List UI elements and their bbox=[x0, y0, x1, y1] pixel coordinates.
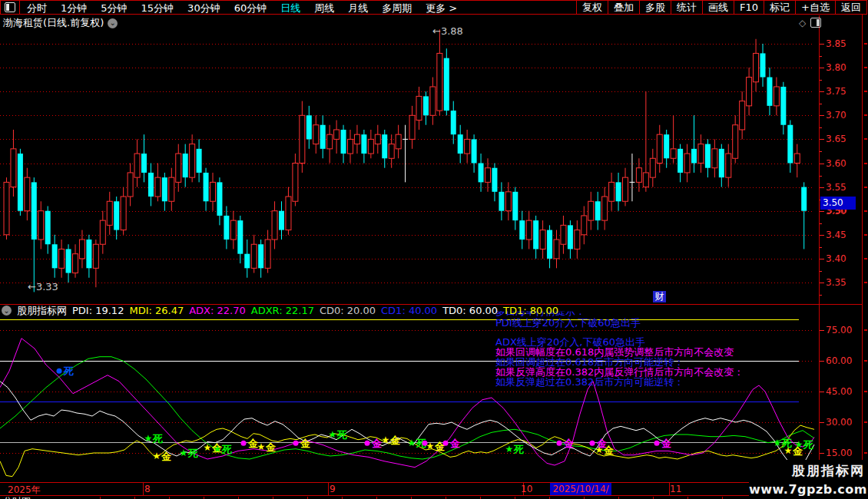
axis-tick bbox=[864, 210, 867, 212]
svg-text:★: ★ bbox=[382, 435, 390, 445]
stock-title-row: 渤海租赁(日线.前复权) ⌄ bbox=[3, 16, 118, 30]
chart-corner-icons: ◇ bbox=[799, 18, 821, 28]
timeframe-item[interactable]: 5分钟 bbox=[94, 2, 134, 14]
timeframe-item[interactable]: 分时 bbox=[20, 2, 54, 14]
candles bbox=[4, 29, 807, 292]
diamond-icon[interactable]: ◇ bbox=[799, 18, 806, 28]
price-axis-label: 3.35 bbox=[826, 277, 858, 288]
timeframe-item[interactable]: 30分钟 bbox=[181, 2, 227, 14]
toolbar-button[interactable]: 叠加 bbox=[608, 1, 639, 14]
toolbar-button[interactable]: 画线 bbox=[702, 1, 734, 14]
axis-tick bbox=[864, 138, 867, 140]
svg-text:金: 金 bbox=[161, 451, 172, 462]
high-price-annotation: ←3.88 bbox=[432, 25, 463, 37]
timeframe-item[interactable]: 60分钟 bbox=[227, 2, 274, 14]
indicator-chart[interactable]: 死★死★金★死★金★死金★金金★死金★金★死★金金★死金金★金金★死★金★死 bbox=[0, 317, 862, 482]
toolbar-right-buttons: 复权叠加多股统计画线F10标记+自选返回 bbox=[576, 1, 866, 14]
svg-text:死: 死 bbox=[513, 444, 524, 455]
main-candlestick-chart[interactable] bbox=[0, 15, 862, 304]
trading-app-window: 分时1分钟5分钟15分钟30分钟60分钟日线周线月线多周期更多 > 复权叠加多股… bbox=[0, 0, 868, 499]
axis-tick bbox=[864, 163, 867, 164]
indicator-note: PDI线上穿20介入,下破60急出手 bbox=[495, 318, 641, 328]
date-axis-label: 8 bbox=[144, 484, 151, 494]
svg-text:金: 金 bbox=[449, 438, 461, 449]
indicator-note: 如果反弹超过在0.382后市方向可能逆转： bbox=[495, 377, 684, 387]
toolbar-button[interactable]: 多股 bbox=[639, 1, 671, 14]
svg-text:★: ★ bbox=[795, 439, 803, 450]
axis-tick bbox=[864, 187, 867, 188]
svg-text:★: ★ bbox=[329, 429, 337, 440]
timeframe-item[interactable]: 周线 bbox=[307, 2, 341, 14]
indicator-dropdown-icon[interactable]: ⌄ bbox=[2, 306, 12, 316]
axis-tick bbox=[864, 360, 867, 362]
svg-text:★: ★ bbox=[153, 451, 161, 461]
toolbar-button[interactable]: 复权 bbox=[576, 1, 608, 14]
price-axis-label: 3.60 bbox=[826, 158, 858, 169]
price-axis-label: 3.55 bbox=[826, 182, 858, 193]
price-axis-label: 3.70 bbox=[826, 110, 858, 121]
indicator-value: TD1: 80.00 bbox=[503, 305, 558, 316]
cross-markers: 死★死★金★死★金★死金★金金★死金★金★死★金金★死金金★金金★死★金★死 bbox=[57, 365, 814, 462]
svg-text:死: 死 bbox=[221, 444, 232, 455]
selected-date-label: 2025/10/14/二 bbox=[550, 483, 611, 495]
toolbar-button[interactable]: 标记 bbox=[764, 1, 795, 14]
indicator-axis-label: 15.00 bbox=[826, 448, 858, 458]
date-axis-tick bbox=[328, 483, 329, 495]
price-axis-label: 3.85 bbox=[826, 38, 858, 49]
low-price-annotation: ←3.33 bbox=[28, 281, 58, 292]
indicator-value: CD0: 20.00 bbox=[320, 305, 376, 316]
date-axis-label: 10 bbox=[521, 484, 532, 494]
timeframe-item[interactable]: 月线 bbox=[341, 2, 375, 14]
title-dropdown-icon[interactable]: ⌄ bbox=[108, 18, 118, 28]
axis-tick bbox=[864, 67, 867, 68]
timeframe-item[interactable]: 多周期 bbox=[375, 2, 419, 14]
indicator-axis-label: 45.00 bbox=[826, 386, 858, 397]
svg-text:★: ★ bbox=[144, 433, 153, 444]
toolbar-button[interactable]: 返回 bbox=[835, 1, 866, 14]
svg-text:★: ★ bbox=[180, 448, 188, 458]
svg-text:死: 死 bbox=[63, 365, 74, 377]
svg-text:★: ★ bbox=[426, 441, 435, 451]
indicator-value: MDI: 26.47 bbox=[129, 305, 184, 316]
maximize-panel-icon[interactable] bbox=[810, 18, 821, 28]
toolbar-button[interactable]: F10 bbox=[734, 1, 764, 14]
indicator-header: ⌄ 股朋指标网 PDI: 19.12MDI: 26.47ADX: 22.70AD… bbox=[2, 305, 558, 316]
svg-text:金: 金 bbox=[300, 438, 311, 449]
axis-tick bbox=[864, 114, 867, 116]
timeframe-item[interactable]: 15分钟 bbox=[134, 2, 181, 14]
toolbar-button[interactable]: +自选 bbox=[795, 1, 835, 14]
timeframe-item[interactable]: 日线 bbox=[273, 2, 307, 14]
indicator-axis-label: 75.00 bbox=[826, 325, 858, 335]
timeframe-item[interactable]: 更多 > bbox=[419, 2, 464, 14]
right-scroll-gutter[interactable] bbox=[862, 0, 868, 499]
axis-tick bbox=[864, 329, 867, 331]
price-axis-label: 3.65 bbox=[826, 134, 858, 144]
watermark-site-name: 股朋指标网 bbox=[749, 462, 865, 480]
watermark: 股朋指标网 www.7gpzb.com bbox=[749, 460, 866, 499]
price-axis-label: 3.75 bbox=[826, 86, 858, 97]
svg-text:★: ★ bbox=[214, 444, 222, 454]
axis-tick bbox=[864, 91, 867, 92]
svg-text:★: ★ bbox=[774, 438, 782, 448]
svg-text:★: ★ bbox=[784, 445, 793, 456]
toolbar-button[interactable]: 统计 bbox=[671, 1, 702, 14]
window-control-button[interactable] bbox=[1, 1, 20, 14]
price-axis-label: 3.40 bbox=[826, 253, 858, 264]
financial-report-badge[interactable]: 财 bbox=[653, 291, 666, 302]
price-axis-label: 3.45 bbox=[826, 230, 858, 240]
axis-tick bbox=[864, 258, 867, 259]
svg-text:死: 死 bbox=[152, 433, 163, 444]
timeframe-item[interactable]: 1分钟 bbox=[54, 2, 94, 14]
svg-text:★: ★ bbox=[204, 442, 212, 453]
svg-text:★: ★ bbox=[595, 444, 604, 455]
date-axis[interactable] bbox=[0, 482, 862, 496]
svg-text:金: 金 bbox=[563, 438, 575, 449]
stock-title: 渤海租赁(日线.前复权) bbox=[3, 16, 104, 30]
axis-tick bbox=[864, 391, 867, 392]
date-axis-label: 9 bbox=[330, 484, 336, 494]
axis-tick bbox=[864, 43, 867, 45]
svg-text:金: 金 bbox=[265, 441, 277, 453]
date-axis-label: 11 bbox=[670, 484, 681, 494]
svg-text:金: 金 bbox=[661, 438, 672, 449]
indicator-value: ADXR: 22.17 bbox=[251, 305, 314, 316]
